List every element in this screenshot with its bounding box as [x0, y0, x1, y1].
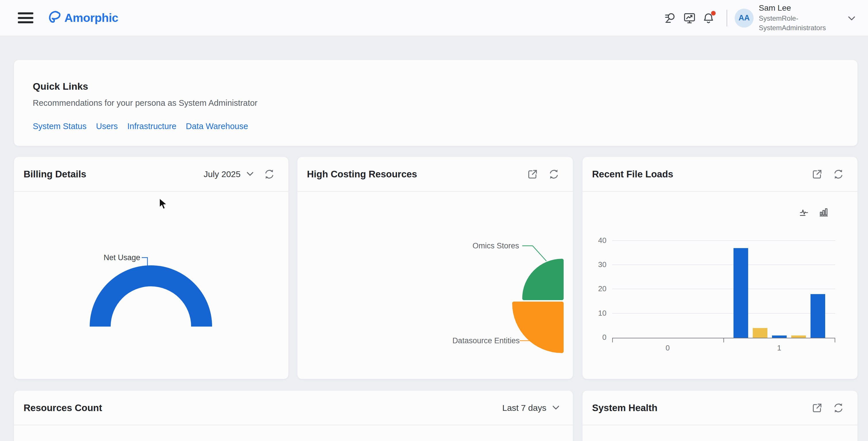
chevron-down-icon	[245, 168, 255, 180]
high-costing-resources-card: High Costing Resources Omics Stores	[297, 157, 573, 379]
bar	[753, 328, 767, 338]
user-menu[interactable]: AA Sam Lee SystemRole-SystemAdministrato…	[735, 3, 842, 32]
x-axis-tick	[612, 339, 613, 343]
pie-label-datasource-entities: Datasource Entities	[419, 336, 520, 345]
billing-title: Billing Details	[24, 169, 86, 180]
resources-period-dropdown[interactable]: Last 7 days	[502, 402, 561, 414]
billing-card-header: Billing Details July 2025	[14, 157, 288, 192]
costing-card-header: High Costing Resources	[298, 157, 573, 192]
refresh-icon[interactable]	[262, 167, 277, 182]
search-icon[interactable]	[661, 9, 680, 28]
health-card-header: System Health	[583, 391, 857, 425]
resources-card-header: Resources Count Last 7 days	[14, 391, 573, 425]
resources-period-value: Last 7 days	[502, 403, 547, 413]
bar	[810, 294, 825, 338]
quick-links-card: Quick Links Recommendations for your per…	[14, 60, 858, 146]
link-system-status[interactable]: System Status	[33, 122, 87, 131]
open-external-icon[interactable]	[525, 167, 540, 182]
gridline	[612, 240, 835, 241]
amorphic-logo-icon	[46, 9, 63, 26]
bar	[791, 335, 806, 338]
bar	[734, 248, 748, 338]
refresh-icon[interactable]	[547, 167, 561, 182]
hamburger-bar	[18, 12, 33, 14]
resources-title: Resources Count	[24, 403, 102, 413]
refresh-icon[interactable]	[831, 401, 846, 415]
quick-links-subtitle: Recommendations for your persona as Syst…	[33, 98, 857, 108]
link-users[interactable]: Users	[96, 122, 118, 131]
resources-chart-area	[14, 425, 573, 441]
bar-plot: 01020304001	[612, 241, 835, 339]
billing-details-card: Billing Details July 2025 Net Usage	[14, 157, 288, 379]
user-menu-chevron-down-icon[interactable]	[842, 9, 861, 28]
system-health-card: System Health	[582, 390, 858, 441]
gridline	[612, 313, 835, 314]
avatar: AA	[735, 9, 754, 28]
brand-name: Amorphic	[64, 11, 118, 25]
brand-logo[interactable]: Amorphic	[46, 9, 118, 26]
billing-controls: July 2025	[204, 167, 277, 182]
app-header: Amorphic AA	[0, 0, 868, 36]
open-external-icon[interactable]	[810, 401, 825, 415]
x-axis-category-label: 1	[768, 344, 791, 352]
x-axis-tick	[723, 339, 724, 343]
costing-pie-chart: Omics Stores Datasource Entities	[298, 192, 573, 379]
health-controls	[810, 401, 846, 415]
health-title: System Health	[592, 403, 657, 413]
line-chart-toggle-icon[interactable]	[798, 206, 810, 218]
quick-links-nav: System Status Users Infrastructure Data …	[33, 122, 857, 131]
y-axis-tick-label: 20	[588, 284, 607, 293]
billing-gauge-chart: Net Usage	[14, 192, 288, 379]
pie-slice	[522, 259, 564, 300]
gauge-label: Net Usage	[83, 253, 140, 262]
user-role: SystemRole-SystemAdministrators	[759, 14, 842, 32]
header-actions: AA Sam Lee SystemRole-SystemAdministrato…	[661, 0, 861, 36]
fileloads-card-header: Recent File Loads	[583, 157, 857, 192]
billing-period-dropdown[interactable]: July 2025	[204, 168, 255, 180]
fileloads-controls	[810, 167, 846, 182]
y-axis-tick-label: 40	[588, 236, 607, 245]
bar-chart-toggle-icon[interactable]	[818, 206, 830, 218]
user-name: Sam Lee	[759, 3, 842, 13]
gauge-arc	[90, 265, 212, 327]
bar	[772, 335, 787, 338]
gridline	[612, 264, 835, 265]
costing-controls	[525, 167, 561, 182]
open-external-icon[interactable]	[810, 167, 825, 182]
quick-links-title: Quick Links	[33, 81, 857, 92]
pie-label-omics-stores: Omics Stores	[433, 241, 519, 251]
hamburger-bar	[18, 21, 33, 23]
gridline	[612, 289, 835, 289]
link-infrastructure[interactable]: Infrastructure	[127, 122, 177, 131]
recent-file-loads-card: Recent File Loads	[582, 157, 858, 379]
notification-dot	[711, 11, 716, 16]
chevron-down-icon	[550, 402, 561, 414]
y-axis-tick-label: 30	[588, 260, 607, 269]
chart-type-toggles	[798, 206, 830, 218]
resources-count-card: Resources Count Last 7 days	[14, 390, 573, 441]
health-content-area	[583, 425, 857, 441]
fileloads-bar-chart: 01020304001	[583, 192, 857, 379]
menu-hamburger-icon[interactable]	[18, 12, 33, 23]
x-axis-category-label: 0	[656, 344, 679, 352]
hamburger-bar	[18, 17, 33, 19]
fileloads-title: Recent File Loads	[592, 169, 673, 180]
monitoring-chart-icon[interactable]	[680, 9, 699, 28]
pie-slice	[512, 301, 564, 353]
y-axis-tick-label: 0	[588, 333, 607, 342]
y-axis-tick-label: 10	[588, 309, 607, 318]
user-text: Sam Lee SystemRole-SystemAdministrators	[759, 3, 842, 32]
header-divider	[726, 10, 727, 26]
notifications-bell-icon[interactable]	[699, 9, 718, 28]
link-data-warehouse[interactable]: Data Warehouse	[186, 122, 248, 131]
billing-period-value: July 2025	[204, 169, 241, 179]
x-axis-tick	[835, 339, 835, 343]
costing-title: High Costing Resources	[307, 169, 417, 180]
refresh-icon[interactable]	[831, 167, 846, 182]
